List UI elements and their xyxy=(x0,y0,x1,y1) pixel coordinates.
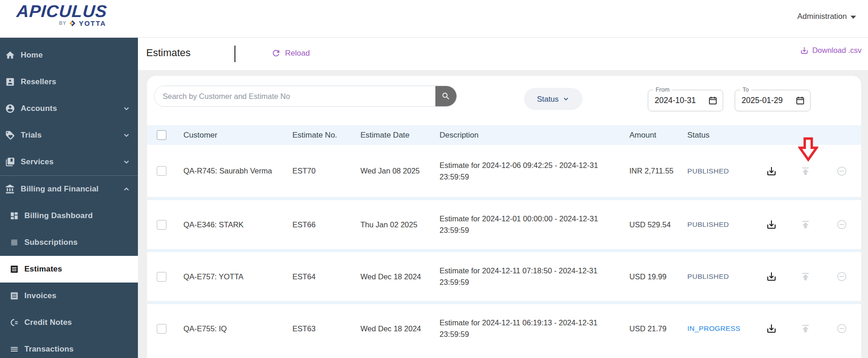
row-checkbox[interactable] xyxy=(157,166,166,176)
chevron-down-icon xyxy=(122,131,131,139)
list-lines-icon xyxy=(10,238,19,247)
logo-by-text: BY xyxy=(59,21,67,26)
cell-amount: USD 21.79 xyxy=(629,324,687,333)
publish-estimate-icon[interactable] xyxy=(800,219,811,230)
sidebar-item-accounts[interactable]: Accounts xyxy=(0,95,138,122)
bank-icon xyxy=(5,184,15,194)
cell-description: Estimate for 2024-12-11 06:19:13 - 2024-… xyxy=(440,317,629,340)
to-date-value: 2025-01-29 xyxy=(742,96,783,105)
from-date-value: 2024-10-31 xyxy=(655,96,696,105)
sidebar-item-billing-and-financial[interactable]: Billing and Financial xyxy=(0,176,138,202)
chevron-down-icon xyxy=(122,104,131,113)
cell-estimate-date: Wed Dec 18 2024 xyxy=(360,324,440,333)
sidebar-item-resellers[interactable]: Resellers xyxy=(0,69,138,95)
from-date-field[interactable]: From 2024-10-31 xyxy=(648,90,723,111)
cell-estimate-no: EST70 xyxy=(292,167,360,175)
to-date-field[interactable]: To 2025-01-29 xyxy=(735,90,811,111)
status-badge: PUBLISHED xyxy=(687,272,754,281)
publish-estimate-icon[interactable] xyxy=(800,323,811,334)
top-bar: APICULUS BY YOTTA Administration xyxy=(0,0,868,38)
sidebar-item-services[interactable]: Services xyxy=(0,149,138,175)
status-badge: IN_PROGRESS xyxy=(687,324,754,333)
calendar-icon[interactable] xyxy=(795,96,805,105)
administration-label: Administration xyxy=(797,12,847,21)
cell-customer: QA-R745: Saurabh Verma xyxy=(183,167,292,175)
calendar-icon[interactable] xyxy=(708,96,718,105)
sidebar-item-home[interactable]: Home xyxy=(0,42,138,69)
cell-customer: QA-E346: STARK xyxy=(183,220,292,229)
table-row: QA-E757: YOTTA EST64 Wed Dec 18 2024 Est… xyxy=(147,249,861,301)
cell-estimate-no: EST63 xyxy=(292,324,360,333)
sidebar-item-label: Subscriptions xyxy=(24,238,78,247)
remove-estimate-icon[interactable] xyxy=(836,219,847,230)
download-csv-button[interactable]: Download .csv xyxy=(800,46,862,55)
remove-estimate-icon[interactable] xyxy=(836,323,847,334)
main-content: Estimates Reload Download .csv Status Fr… xyxy=(138,38,868,358)
from-date-label: From xyxy=(653,86,672,93)
administration-menu[interactable]: Administration xyxy=(797,12,856,21)
select-all-checkbox[interactable] xyxy=(157,130,166,140)
column-header-status: Status xyxy=(687,131,754,140)
status-filter-dropdown[interactable]: Status xyxy=(524,88,582,110)
table-row: QA-E346: STARK EST66 Thu Jan 02 2025 Est… xyxy=(147,197,861,249)
table-body: QA-R745: Saurabh Verma EST70 Wed Jan 08 … xyxy=(147,145,861,353)
sidebar-item-credit-notes[interactable]: Credit Notes xyxy=(0,309,138,336)
cell-estimate-date: Thu Jan 02 2025 xyxy=(360,220,440,229)
cell-customer: QA-E757: YOTTA xyxy=(183,272,292,281)
row-checkbox[interactable] xyxy=(157,272,166,282)
cell-description: Estimate for 2024-12-06 09:42:25 - 2024-… xyxy=(440,160,629,183)
search-input[interactable] xyxy=(154,86,435,106)
sidebar-item-label: Trials xyxy=(21,131,42,140)
sidebar-item-estimates[interactable]: Estimates xyxy=(0,256,138,283)
download-estimate-icon[interactable] xyxy=(766,166,777,177)
sidebar-item-label: Billing Dashboard xyxy=(24,211,93,220)
sidebar-item-invoices[interactable]: Invoices xyxy=(0,283,138,309)
column-header-estimate-date: Estimate Date xyxy=(360,131,440,140)
download-estimate-icon[interactable] xyxy=(766,323,777,334)
cell-estimate-no: EST66 xyxy=(292,220,360,229)
remove-estimate-icon[interactable] xyxy=(836,271,847,282)
sidebar-item-label: Billing and Financial xyxy=(21,185,99,194)
column-header-amount: Amount xyxy=(629,131,687,140)
download-estimate-icon[interactable] xyxy=(766,219,777,230)
sidebar-item-billing-dashboard[interactable]: Billing Dashboard xyxy=(0,202,138,229)
column-header-customer: Customer xyxy=(183,131,292,140)
remove-estimate-icon[interactable] xyxy=(836,166,847,177)
sidebar-item-label: Resellers xyxy=(21,77,56,87)
sidebar-item-trials[interactable]: Trials xyxy=(0,122,138,149)
title-text-cursor xyxy=(234,46,235,62)
row-checkbox[interactable] xyxy=(157,324,166,334)
home-icon xyxy=(5,50,15,60)
table-row: QA-R745: Saurabh Verma EST70 Wed Jan 08 … xyxy=(147,145,861,197)
sidebar-item-label: Accounts xyxy=(21,104,57,113)
download-csv-label: Download .csv xyxy=(812,46,862,55)
cell-amount: USD 19.99 xyxy=(629,272,687,281)
caret-down-icon xyxy=(851,16,856,19)
logo-wordmark: APICULUS xyxy=(16,3,108,20)
cell-description: Estimate for 2024-12-01 00:00:00 - 2024-… xyxy=(440,213,629,236)
dashboard-icon xyxy=(10,211,19,220)
download-icon xyxy=(800,46,809,55)
reload-label: Reload xyxy=(285,49,310,58)
sidebar-item-label: Invoices xyxy=(24,291,57,300)
publish-estimate-icon[interactable] xyxy=(800,166,811,177)
page-toolbar: Estimates Reload Download .csv xyxy=(138,38,868,70)
publish-estimate-icon[interactable] xyxy=(800,271,811,282)
reload-button[interactable]: Reload xyxy=(271,48,310,58)
menu-lines-icon xyxy=(10,345,19,354)
cell-amount: USD 529.54 xyxy=(629,220,687,229)
reload-icon xyxy=(271,48,281,58)
sidebar-item-transactions[interactable]: Transactions xyxy=(0,336,138,358)
row-checkbox[interactable] xyxy=(157,220,166,230)
sidebar-item-subscriptions[interactable]: Subscriptions xyxy=(0,229,138,256)
app-logo: APICULUS BY YOTTA xyxy=(17,3,107,27)
download-estimate-icon[interactable] xyxy=(766,271,777,282)
receipt-icon xyxy=(10,291,19,300)
sidebar-item-label: Credit Notes xyxy=(24,318,72,327)
sidebar-item-label: Home xyxy=(21,51,43,60)
search-button[interactable] xyxy=(435,86,457,107)
column-header-estimate-no: Estimate No. xyxy=(292,131,360,140)
services-collections-icon xyxy=(5,157,15,167)
column-header-description: Description xyxy=(440,131,629,140)
status-badge: PUBLISHED xyxy=(687,220,754,229)
